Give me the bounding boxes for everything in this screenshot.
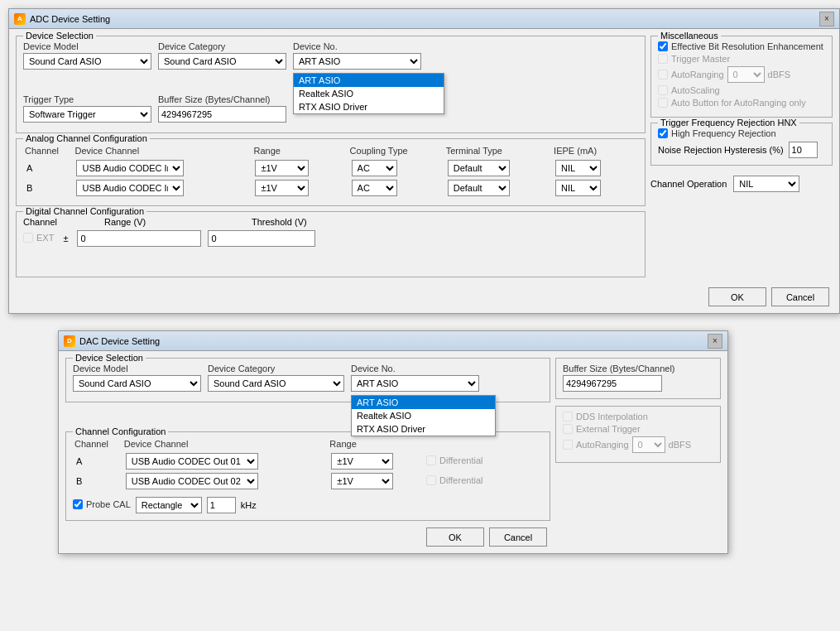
dac-channel-b-range-select[interactable]: ±1V xyxy=(331,473,393,489)
adc-buffer-size-input[interactable]: 4294967295 xyxy=(158,106,286,123)
adc-trigger-type-select[interactable]: Software Trigger xyxy=(23,106,151,123)
dac-autoranging-row: AutoRanging 0 dBFS xyxy=(563,436,713,453)
adc-high-freq-checkbox[interactable] xyxy=(658,128,668,138)
adc-auto-button-row: Auto Button for AutoRanging only xyxy=(658,98,825,108)
adc-channel-b-coupling-select[interactable]: AC xyxy=(352,180,397,196)
dac-close-button[interactable]: × xyxy=(708,334,722,349)
dac-content: Device Selection Device Model Sound Card… xyxy=(59,351,727,553)
dac-device-no-select[interactable]: ART ASIO xyxy=(351,375,479,392)
adc-channel-a-terminal-cell: Default xyxy=(446,159,552,177)
dac-ext-trigger-checkbox[interactable] xyxy=(563,424,573,434)
dac-buffer-size-input[interactable]: 4294967295 xyxy=(563,375,662,392)
adc-dropdown-item-realtek[interactable]: Realtek ASIO xyxy=(294,87,444,100)
adc-device-no-label: Device No. xyxy=(293,41,421,51)
adc-trigger-freq-group: Trigger Frequency Rejection HNX High Fre… xyxy=(650,123,833,166)
dac-channel-a-diff-label: Differential xyxy=(439,455,482,465)
adc-noise-label: Noise Rejection Hysteresis (%) xyxy=(658,145,784,155)
dac-device-no-dropdown[interactable]: ART ASIO Realtek ASIO RTX ASIO Driver xyxy=(351,395,496,436)
dac-left-panel: Device Selection Device Model Sound Card… xyxy=(65,358,550,547)
dac-autoranging-checkbox[interactable] xyxy=(563,440,573,450)
adc-channel-op-select[interactable]: NIL xyxy=(733,176,799,192)
adc-digital-threshold-input[interactable]: 0 xyxy=(208,230,315,247)
dac-probe-cal-checkbox[interactable] xyxy=(73,499,83,509)
adc-button-row: OK Cancel xyxy=(16,287,833,306)
adc-channel-b-device-select[interactable]: USB Audio CODEC In 02 xyxy=(76,180,184,196)
dac-dropdown-item-art[interactable]: ART ASIO xyxy=(352,396,495,409)
dac-title-left: D DAC Device Setting xyxy=(64,335,160,347)
adc-digital-col-channel: Channel xyxy=(23,217,73,227)
adc-dropdown-item-art[interactable]: ART ASIO xyxy=(294,74,444,87)
dac-device-selection-title: Device Selection xyxy=(73,353,146,363)
adc-autoranging-checkbox[interactable] xyxy=(658,70,668,79)
adc-title-text: ADC Device Setting xyxy=(30,14,110,24)
dac-channel-b-diff-checkbox[interactable] xyxy=(426,475,436,485)
dac-ext-trigger-label: External Trigger xyxy=(576,424,641,434)
dac-dropdown-item-realtek[interactable]: Realtek ASIO xyxy=(352,409,495,422)
dac-probe-freq-unit: kHz xyxy=(241,500,257,510)
adc-col-channel: Channel xyxy=(25,146,73,157)
adc-channel-b-iepe-select[interactable]: NIL xyxy=(555,180,601,196)
adc-channel-a-range-select[interactable]: ±1V xyxy=(255,160,309,176)
adc-channel-a-device-cell: USB Audio CODEC In 01 xyxy=(74,159,252,177)
dac-title-text: DAC Device Setting xyxy=(79,336,160,346)
adc-digital-range-input[interactable]: 0 xyxy=(77,230,201,247)
adc-device-category-select[interactable]: Sound Card ASIO xyxy=(158,53,286,70)
adc-channel-a-terminal-select[interactable]: Default xyxy=(448,160,510,176)
adc-close-button[interactable]: × xyxy=(819,12,834,26)
dac-autoranging-select[interactable]: 0 xyxy=(632,436,665,453)
adc-channel-b-range-cell: ±1V xyxy=(253,179,348,197)
dac-dds-checkbox[interactable] xyxy=(563,412,573,421)
adc-high-freq-row: High Frequency Rejection xyxy=(658,128,825,138)
adc-device-selection-title: Device Selection xyxy=(23,31,96,41)
adc-ok-button[interactable]: OK xyxy=(708,287,766,306)
adc-device-model-select[interactable]: Sound Card ASIO xyxy=(23,53,151,70)
dac-dds-row: DDS Interpolation xyxy=(563,412,713,421)
dac-channel-a-range-select[interactable]: ±1V xyxy=(331,453,393,470)
adc-autoranging-unit: dBFS xyxy=(768,70,791,79)
adc-channel-a-iepe-select[interactable]: NIL xyxy=(555,160,601,176)
adc-device-no-dropdown[interactable]: ART ASIO Realtek ASIO RTX ASIO Driver xyxy=(293,73,444,114)
dac-device-model-select[interactable]: Sound Card ASIO xyxy=(73,375,201,392)
adc-ext-checkbox[interactable] xyxy=(23,233,33,243)
adc-noise-row: Noise Rejection Hysteresis (%) 10 xyxy=(658,142,825,158)
adc-device-no-group: Device No. ART ASIO ART ASIO Realtek ASI… xyxy=(293,41,421,70)
adc-cancel-button[interactable]: Cancel xyxy=(771,287,829,306)
adc-device-no-select[interactable]: ART ASIO xyxy=(293,53,421,70)
dac-channel-a-diff-checkbox[interactable] xyxy=(426,455,436,465)
adc-channel-b-terminal-cell: Default xyxy=(446,179,552,197)
adc-dropdown-item-rtx[interactable]: RTX ASIO Driver xyxy=(294,100,444,113)
dac-ok-button[interactable]: OK xyxy=(426,527,484,547)
adc-auto-button-checkbox[interactable] xyxy=(658,98,668,108)
adc-window-icon: A xyxy=(14,13,26,25)
adc-ext-checkbox-row: EXT xyxy=(23,233,54,243)
adc-device-row1: Device Model Sound Card ASIO Device Cate… xyxy=(23,41,638,70)
adc-trigger-master-label: Trigger Master xyxy=(671,54,730,64)
adc-device-selection-group: Device Selection Device Model Sound Card… xyxy=(16,36,646,133)
adc-autoscaling-checkbox[interactable] xyxy=(658,85,668,95)
dac-buffer-size-label: Buffer Size (Bytes/Channel) xyxy=(563,364,713,373)
dac-channel-a-device-cell: USB Audio CODEC Out 01 xyxy=(124,452,329,470)
dac-probe-waveform-select[interactable]: Rectangle xyxy=(136,497,202,513)
adc-channel-b-terminal-select[interactable]: Default xyxy=(448,180,510,196)
dac-channel-b-device-select[interactable]: USB Audio CODEC Out 02 xyxy=(126,473,258,489)
dac-channel-table: Channel Device Channel Range A xyxy=(73,437,543,492)
dac-probe-cal-row: Probe CAL xyxy=(73,499,131,509)
dac-button-row: OK Cancel xyxy=(65,527,550,547)
adc-channel-b-range-select[interactable]: ±1V xyxy=(255,180,309,196)
adc-channel-a-device-select[interactable]: USB Audio CODEC In 01 xyxy=(76,160,184,176)
adc-channel-a-coupling-select[interactable]: AC xyxy=(352,160,397,176)
dac-channel-a-device-select[interactable]: USB Audio CODEC Out 01 xyxy=(126,453,258,470)
dac-col-device-channel: Device Channel xyxy=(124,439,329,450)
dac-dropdown-item-rtx[interactable]: RTX ASIO Driver xyxy=(352,422,495,436)
adc-autoranging-select[interactable]: 0 xyxy=(727,66,765,83)
adc-noise-input[interactable]: 10 xyxy=(789,142,818,158)
dac-device-category-select[interactable]: Sound Card ASIO xyxy=(208,375,344,392)
adc-analog-channel-table: Channel Device Channel Range Coupling Ty… xyxy=(23,144,638,199)
dac-col-range: Range xyxy=(329,439,423,450)
adc-trigger-master-checkbox[interactable] xyxy=(658,54,668,64)
adc-effective-bit-checkbox[interactable] xyxy=(658,41,668,51)
dac-cancel-button[interactable]: Cancel xyxy=(489,527,547,547)
adc-digital-col-range: Range (V) xyxy=(104,217,233,227)
adc-device-model-group: Device Model Sound Card ASIO xyxy=(23,41,151,70)
dac-probe-freq-input[interactable]: 1 xyxy=(207,497,236,513)
